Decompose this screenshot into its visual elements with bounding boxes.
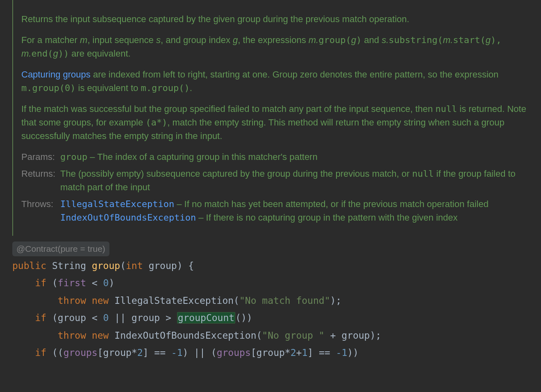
num: 0 <box>103 278 109 288</box>
method-group: group <box>92 260 120 271</box>
param-group: group <box>148 260 177 271</box>
paren: ( <box>211 347 217 358</box>
op: + <box>296 347 302 358</box>
doc-code: m.group() <box>141 83 189 93</box>
paren: ) { <box>177 260 194 271</box>
javadoc-throws: Throws: IllegalStateException – If no ma… <box>21 197 529 224</box>
paren: )) <box>347 347 359 358</box>
javadoc-paragraph: For a matcher m, input sequence s, and g… <box>21 33 529 60</box>
doc-var: s. <box>382 35 389 45</box>
doc-code: ), <box>491 35 502 45</box>
kw-if: if <box>35 278 46 288</box>
bracket: ] <box>307 347 313 358</box>
doc-code: null <box>435 104 457 114</box>
paren: ); <box>370 330 381 341</box>
num: 0 <box>103 312 109 323</box>
doc-text: . <box>190 83 192 93</box>
javadoc-params-content: group – The index of a capturing group i… <box>60 150 529 164</box>
paren: ( <box>52 278 58 288</box>
dash: – <box>87 152 97 162</box>
bracket: [ <box>98 347 103 358</box>
doc-link-illegalstateexception[interactable]: IllegalStateException <box>60 199 174 209</box>
javadoc-returns: Returns: The (possibly empty) subsequenc… <box>21 167 529 194</box>
doc-code: m.group(0) <box>21 83 75 93</box>
field-groups: groups <box>64 347 98 358</box>
doc-var: g <box>351 35 356 45</box>
doc-text: Returns the input subsequence captured b… <box>21 14 409 24</box>
doc-var: g <box>233 35 238 45</box>
paren: ( <box>120 260 126 271</box>
ident-group: group <box>132 312 160 323</box>
doc-text: , the expressions <box>238 35 308 45</box>
throws-desc: – If no match has yet been attempted, or… <box>174 199 489 209</box>
cls-ise: IllegalStateException <box>114 295 234 306</box>
doc-link-indexoutofboundsexception[interactable]: IndexOutOfBoundsException <box>60 212 196 223</box>
doc-text: , input sequence <box>87 35 156 45</box>
op: || <box>109 312 131 323</box>
kw-throw: throw <box>58 295 86 306</box>
op: == <box>148 347 171 358</box>
kw-int: int <box>126 260 143 271</box>
doc-text: is equivalent to <box>75 83 141 93</box>
paren: ()) <box>235 312 252 323</box>
field-groups: groups <box>217 347 251 358</box>
op: > <box>160 312 177 323</box>
javadoc-throws-label: Throws: <box>21 197 60 224</box>
paren: ( <box>256 330 262 341</box>
ident-group: group <box>58 312 86 323</box>
paren: ( <box>52 312 58 323</box>
doc-text: , and group index <box>161 35 233 45</box>
ident-group: group <box>257 347 285 358</box>
javadoc-paragraph: Capturing groups are indexed from left t… <box>21 68 529 95</box>
op: < <box>86 312 103 323</box>
doc-var: m. <box>443 35 453 45</box>
contract-annotation[interactable]: @Contract(pure = true) <box>12 242 109 256</box>
doc-var: g <box>486 35 491 45</box>
paren: (( <box>52 347 64 358</box>
doc-code: start( <box>453 35 485 45</box>
type-string: String <box>52 260 86 271</box>
highlighted-call-groupcount[interactable]: groupCount <box>177 312 235 324</box>
doc-code: group( <box>318 35 351 45</box>
doc-var: m. <box>21 48 31 59</box>
javadoc-throws-content: IllegalStateException – If no match has … <box>60 197 529 224</box>
kw-new: new <box>92 330 109 341</box>
javadoc-paragraph: If the match was successful but the grou… <box>21 102 529 143</box>
kw-if: if <box>35 312 46 323</box>
javadoc-params: Params: group – The index of a capturing… <box>21 150 529 164</box>
annotation-row: @Contract(pure = true) <box>12 242 541 256</box>
doc-var: m. <box>309 35 318 45</box>
num: -1 <box>336 347 348 358</box>
doc-code: (a*) <box>145 117 167 128</box>
throws-desc: – If there is no capturing group in the … <box>196 212 457 223</box>
num: -1 <box>171 347 183 358</box>
doc-text: are indexed from left to right, starting… <box>91 69 498 80</box>
op: * <box>285 347 291 358</box>
javadoc-paragraph: Returns the input subsequence captured b… <box>21 12 529 26</box>
javadoc-params-label: Params: <box>21 150 60 164</box>
code-editor[interactable]: public String group(int group) { if (fir… <box>12 257 541 362</box>
doc-var: m <box>80 35 87 45</box>
cls-ioobe: IndexOutOfBoundsException <box>114 330 256 341</box>
doc-code: )) <box>58 48 69 59</box>
kw-new: new <box>92 295 109 306</box>
op: * <box>132 347 137 358</box>
string-no-group: "No group " <box>262 330 324 341</box>
num: 2 <box>137 347 143 358</box>
javadoc-returns-content: The (possibly empty) subsequence capture… <box>60 167 529 194</box>
paren: ); <box>330 295 342 306</box>
bracket: [ <box>251 347 257 358</box>
param-name: group <box>60 152 87 162</box>
kw-public: public <box>12 260 46 271</box>
kw-if: if <box>35 347 46 358</box>
ident-group: group <box>103 347 132 358</box>
param-desc: The index of a capturing group in this m… <box>97 152 317 162</box>
op: || <box>188 347 211 358</box>
doc-link-capturing-groups[interactable]: Capturing groups <box>21 69 91 80</box>
ident-group: group <box>341 330 370 341</box>
doc-var: s <box>156 35 161 45</box>
kw-throw: throw <box>58 330 86 341</box>
doc-code: end( <box>31 48 53 59</box>
doc-code: ) <box>356 35 361 45</box>
doc-text: and <box>361 35 382 45</box>
